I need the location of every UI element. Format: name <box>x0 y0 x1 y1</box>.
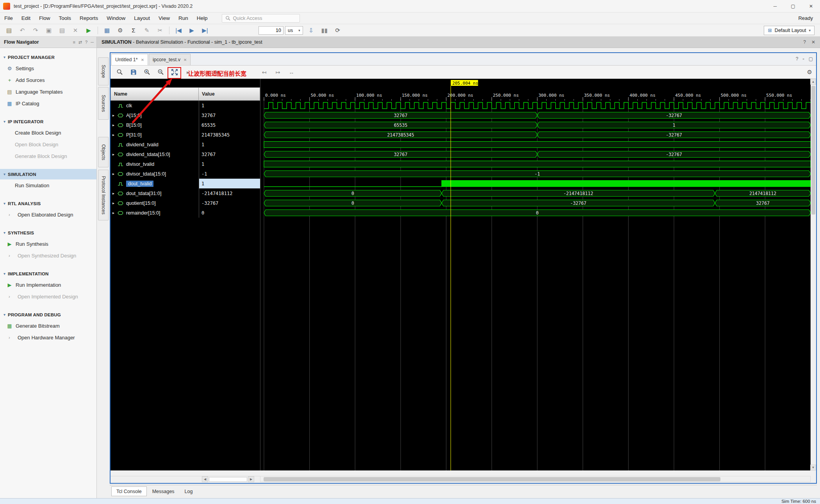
signal-name-row[interactable]: ▸dividend_tdata[15:0] <box>111 149 199 159</box>
layout-select[interactable]: ⊞ Default Layout ▾ <box>764 26 815 35</box>
menu-item-view[interactable]: View <box>154 12 174 24</box>
copy-icon[interactable]: ▣ <box>42 25 55 35</box>
flow-section-header-project-manager[interactable]: ▾PROJECT MANAGER <box>0 52 96 62</box>
wave-canvas-container[interactable]: 0.000 ns50.000 ns100.000 ns150.000 ns200… <box>260 79 811 470</box>
close-icon[interactable]: ✕ <box>184 58 187 62</box>
collapse-icon[interactable]: ─ <box>91 40 94 45</box>
signal-value-cell[interactable]: -2147418112 <box>199 188 260 198</box>
menu-item-tools[interactable]: Tools <box>55 12 76 24</box>
relaunch-icon[interactable]: ⟳ <box>331 25 344 35</box>
bottom-tab-log[interactable]: Log <box>180 486 198 496</box>
signal-value-cell[interactable]: 65535 <box>199 120 260 130</box>
name-value-hscrollbar[interactable]: ◀ ▶ <box>111 476 260 482</box>
find-icon[interactable] <box>113 67 127 78</box>
signal-value-cell[interactable]: 32767 <box>199 110 260 120</box>
runtime-unit-select[interactable]: us ▾ <box>285 26 303 35</box>
undo-icon[interactable]: ↶ <box>16 25 29 35</box>
hscroll-thumb[interactable] <box>264 477 720 481</box>
scroll-up-icon[interactable]: ▲ <box>810 79 816 85</box>
flow-section-header-rtl-analysis[interactable]: ▾RTL ANALYSIS <box>0 198 96 209</box>
canvas-vscrollbar[interactable]: ▲ ▼ <box>811 79 816 470</box>
help-icon[interactable]: ? <box>85 40 87 45</box>
signal-value-cell[interactable]: 1 <box>199 101 260 110</box>
flow-item-run-simulation[interactable]: Run Simulation <box>0 179 96 191</box>
expand-arrow-icon[interactable]: ▸ <box>112 172 118 176</box>
bottom-tab-messages[interactable]: Messages <box>148 486 179 496</box>
waveform-canvas[interactable]: 0.000 ns50.000 ns100.000 ns150.000 ns200… <box>260 79 811 470</box>
flow-item-settings[interactable]: ⚙Settings <box>0 62 96 74</box>
open-file-icon[interactable]: ▤ <box>2 25 16 35</box>
expand-arrow-icon[interactable]: ▸ <box>112 191 118 195</box>
side-tab-scope[interactable]: Scope <box>98 57 109 85</box>
signal-value-cell[interactable]: 1 <box>199 140 260 149</box>
edit-icon[interactable]: ✎ <box>140 25 153 35</box>
zoom-out-icon[interactable] <box>154 67 168 78</box>
maximize-button[interactable]: ▢ <box>784 0 802 12</box>
probe-icon[interactable]: ✂ <box>153 25 167 35</box>
signal-name-row[interactable]: ▸dout_tdata[31:0] <box>111 188 199 198</box>
expand-arrow-icon[interactable]: ▸ <box>112 123 118 127</box>
editor-tab-untitled-1-[interactable]: Untitled 1*✕ <box>111 54 148 65</box>
menu-icon[interactable]: ≡ <box>73 40 75 45</box>
swap-cursors-icon[interactable]: ↔ <box>285 67 298 78</box>
menu-item-help[interactable]: Help <box>193 12 212 24</box>
next-transition-icon[interactable]: ↦ <box>271 67 285 78</box>
bottom-tab-tcl-console[interactable]: Tcl Console <box>111 486 147 496</box>
pause-icon[interactable]: ▮▮ <box>318 25 331 35</box>
close-icon[interactable]: ✕ <box>811 39 815 45</box>
signal-value-cell[interactable]: -1 <box>199 169 260 179</box>
expand-arrow-icon[interactable]: ▸ <box>112 201 118 205</box>
signal-value-cell[interactable]: 0 <box>199 208 260 218</box>
flow-item-generate-bitstream[interactable]: ▦Generate Bitstream <box>0 320 96 332</box>
menu-item-run[interactable]: Run <box>174 12 193 24</box>
expand-arrow-icon[interactable]: › <box>9 253 15 258</box>
expand-arrow-icon[interactable]: ▸ <box>112 133 118 137</box>
menu-item-window[interactable]: Window <box>102 12 130 24</box>
signal-value-cell[interactable]: 32767 <box>199 149 260 159</box>
delete-icon[interactable]: ✕ <box>69 25 82 35</box>
menu-item-layout[interactable]: Layout <box>130 12 154 24</box>
signal-name-row[interactable]: divisor_tvalid <box>111 159 199 169</box>
minimize-button[interactable]: ─ <box>766 0 784 12</box>
close-icon[interactable]: ✕ <box>141 58 144 62</box>
flow-section-header-ip-integrator[interactable]: ▾IP INTEGRATOR <box>0 116 96 127</box>
signal-name-row[interactable]: ▸B[15:0] <box>111 120 199 130</box>
value-canvas-splitter[interactable] <box>260 79 260 470</box>
editor-tab-ipcore-test-v[interactable]: ipcore_test.v✕ <box>149 54 191 65</box>
close-button[interactable]: ✕ <box>802 0 820 12</box>
expand-arrow-icon[interactable]: ▸ <box>112 211 118 215</box>
side-tab-sources[interactable]: Sources <box>98 87 109 120</box>
paste-icon[interactable]: ▤ <box>55 25 69 35</box>
canvas-hscrollbar[interactable] <box>260 476 811 482</box>
hscroll-track[interactable] <box>209 477 247 482</box>
flow-item-create-block-design[interactable]: Create Block Design <box>0 127 96 138</box>
save-waveform-icon[interactable] <box>127 67 140 78</box>
expand-arrow-icon[interactable]: ▸ <box>112 152 118 156</box>
swap-icon[interactable]: ⇄ <box>78 40 82 45</box>
vscroll-thumb[interactable] <box>811 86 815 215</box>
zoom-in-icon[interactable] <box>140 67 154 78</box>
signal-name-row[interactable]: ▸divisor_tdata[15:0] <box>111 169 199 179</box>
flow-section-header-simulation[interactable]: ▾SIMULATION <box>0 169 96 179</box>
side-tab-protocol-instances[interactable]: Protocol Instances <box>98 170 109 220</box>
flow-section-header-implementation[interactable]: ▾IMPLEMENTATION <box>0 268 96 279</box>
menu-item-flow[interactable]: Flow <box>35 12 55 24</box>
signal-value-cell[interactable]: 1 <box>199 179 260 188</box>
signal-name-row[interactable]: dout_tvalid <box>111 179 199 188</box>
runtime-input[interactable] <box>258 26 283 35</box>
quick-access-search[interactable]: Quick Access <box>222 14 300 23</box>
flow-item-ip-catalog[interactable]: ▦IP Catalog <box>0 98 96 109</box>
flow-item-open-elaborated-design[interactable]: ›Open Elaborated Design <box>0 209 96 220</box>
project-summary-icon[interactable]: ▦ <box>100 25 114 35</box>
flow-item-language-templates[interactable]: ▤Language Templates <box>0 86 96 98</box>
flow-item-open-hardware-manager[interactable]: ›Open Hardware Manager <box>0 332 96 343</box>
signal-name-row[interactable]: clk <box>111 101 199 110</box>
help-icon[interactable]: ? <box>796 56 799 62</box>
expand-arrow-icon[interactable]: › <box>9 294 15 299</box>
signal-name-row[interactable]: ▸P[31:0] <box>111 130 199 140</box>
value-column-header[interactable]: Value <box>199 87 260 101</box>
prev-transition-icon[interactable]: ↤ <box>257 67 271 78</box>
flow-section-header-program-and-debug[interactable]: ▾PROGRAM AND DEBUG <box>0 309 96 320</box>
maximize-icon[interactable]: ▢ <box>809 56 813 62</box>
scroll-right-icon[interactable]: ▶ <box>248 476 254 482</box>
